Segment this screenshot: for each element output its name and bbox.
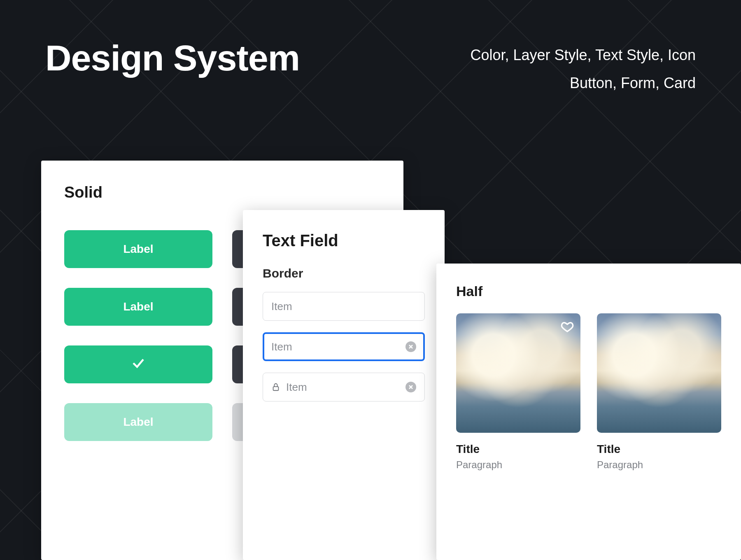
- button-primary-green[interactable]: Label: [64, 230, 212, 268]
- button-icon-green[interactable]: [64, 345, 212, 383]
- page-title: Design System: [45, 37, 300, 79]
- button-primary-green[interactable]: Label: [64, 288, 212, 326]
- cards-panel: Half Title Paragraph Title Paragraph: [436, 264, 741, 560]
- textfield-panel-subheading: Border: [263, 266, 425, 280]
- textfield-panel-heading: Text Field: [263, 231, 425, 250]
- card-item[interactable]: Title Paragraph: [456, 313, 580, 471]
- buttons-panel-heading: Solid: [64, 184, 380, 201]
- textfield-panel: Text Field Border Item Item Item: [243, 210, 445, 560]
- clear-icon[interactable]: [405, 341, 416, 352]
- heart-icon[interactable]: [561, 320, 574, 335]
- text-input-placeholder: Item: [286, 381, 405, 394]
- card-paragraph: Paragraph: [456, 459, 580, 471]
- button-label: Label: [123, 300, 153, 313]
- lock-icon: [271, 383, 280, 392]
- card-row: Title Paragraph Title Paragraph: [456, 313, 721, 471]
- button-disabled-green: Label: [64, 403, 212, 441]
- card-title: Title: [597, 443, 721, 456]
- cards-panel-heading: Half: [456, 283, 721, 299]
- text-input-locked[interactable]: Item: [263, 373, 425, 401]
- header-subtitle: Color, Layer Style, Text Style, Icon But…: [470, 41, 696, 98]
- text-input-focused[interactable]: Item: [263, 332, 425, 361]
- text-input-placeholder: Item: [271, 341, 405, 353]
- card-image: [456, 313, 580, 433]
- header-subtitle-line1: Color, Layer Style, Text Style, Icon: [470, 41, 696, 69]
- svg-rect-2: [273, 387, 279, 390]
- card-title: Title: [456, 443, 580, 456]
- card-image: [597, 313, 721, 433]
- header: Design System Color, Layer Style, Text S…: [45, 37, 696, 98]
- check-icon: [131, 356, 146, 373]
- button-label: Label: [123, 415, 153, 429]
- header-subtitle-line2: Button, Form, Card: [470, 69, 696, 97]
- button-label: Label: [123, 243, 153, 256]
- text-input-default[interactable]: Item: [263, 292, 425, 321]
- card-paragraph: Paragraph: [597, 459, 721, 471]
- text-input-placeholder: Item: [271, 300, 416, 313]
- clear-icon[interactable]: [405, 382, 416, 392]
- card-item[interactable]: Title Paragraph: [597, 313, 721, 471]
